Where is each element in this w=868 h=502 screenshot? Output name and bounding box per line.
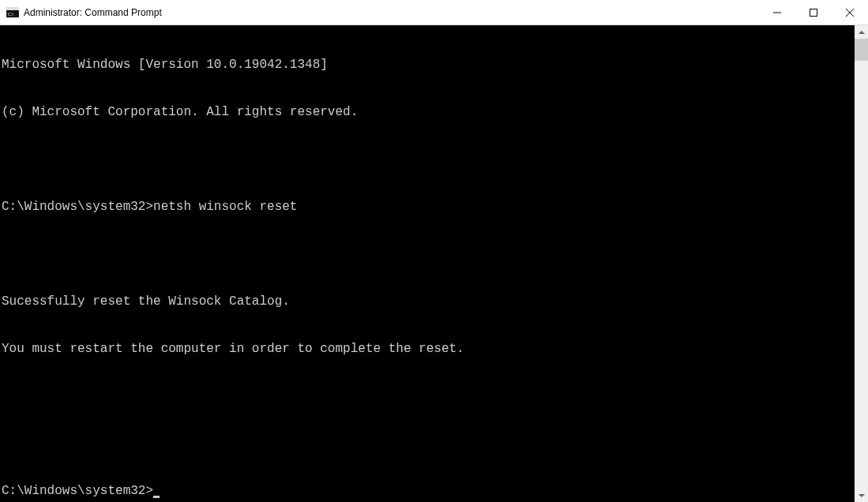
- console-viewport: Microsoft Windows [Version 10.0.19042.13…: [0, 25, 868, 502]
- console-line: [2, 246, 855, 262]
- prompt-path: C:\Windows\system32>: [2, 200, 153, 214]
- console-line: Sucessfully reset the Winsock Catalog.: [2, 294, 855, 309]
- svg-rect-1: [6, 8, 19, 10]
- svg-marker-7: [859, 31, 865, 34]
- scroll-up-arrow-icon[interactable]: [855, 25, 868, 39]
- svg-marker-8: [859, 494, 865, 497]
- close-button[interactable]: [832, 0, 868, 25]
- maximize-button[interactable]: [795, 0, 832, 25]
- window-controls: [759, 0, 868, 25]
- scroll-thumb[interactable]: [855, 39, 868, 61]
- svg-rect-4: [810, 9, 817, 16]
- console-output[interactable]: Microsoft Windows [Version 10.0.19042.13…: [0, 25, 855, 502]
- console-line: You must restart the computer in order t…: [2, 341, 855, 357]
- prompt-command: netsh winsock reset: [153, 200, 297, 214]
- console-line: (c) Microsoft Corporation. All rights re…: [2, 104, 855, 120]
- prompt-path: C:\Windows\system32>: [2, 484, 153, 498]
- console-line: C:\Windows\system32>: [2, 483, 855, 499]
- console-line: Microsoft Windows [Version 10.0.19042.13…: [2, 57, 855, 73]
- console-line: [2, 388, 855, 404]
- cmd-icon: C:\: [6, 6, 19, 19]
- minimize-button[interactable]: [759, 0, 795, 25]
- window-title: Administrator: Command Prompt: [24, 0, 759, 25]
- scroll-track[interactable]: [855, 39, 868, 489]
- console-line: C:\Windows\system32>netsh winsock reset: [2, 199, 855, 215]
- vertical-scrollbar[interactable]: [855, 25, 868, 502]
- console-line: [2, 152, 855, 167]
- console-line: [2, 436, 855, 451]
- svg-text:C:\: C:\: [8, 12, 14, 17]
- cursor: [153, 496, 160, 498]
- titlebar[interactable]: C:\ Administrator: Command Prompt: [0, 0, 868, 25]
- scroll-down-arrow-icon[interactable]: [855, 489, 868, 502]
